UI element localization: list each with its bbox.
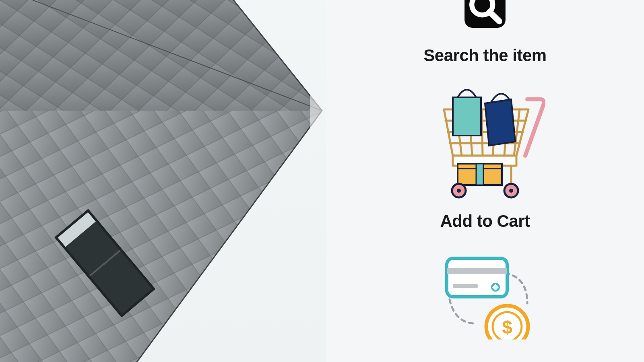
step-pay: $ — [425, 251, 545, 345]
shopping-cart-icon — [425, 85, 545, 206]
svg-rect-39 — [447, 268, 507, 274]
svg-marker-30 — [485, 99, 515, 146]
step-cart-label: Add to Cart — [440, 212, 530, 231]
hero-image — [0, 0, 326, 362]
svg-rect-14 — [310, 0, 326, 362]
svg-rect-29 — [453, 97, 481, 136]
svg-text:$: $ — [502, 317, 512, 338]
svg-rect-40 — [453, 284, 478, 288]
step-cart: Add to Cart — [425, 85, 545, 231]
svg-point-37 — [509, 189, 513, 193]
svg-point-35 — [457, 189, 461, 193]
step-search: Search the item — [423, 0, 546, 65]
steps-column: Search the item — [326, 0, 644, 362]
payment-card-icon: $ — [425, 251, 545, 339]
step-search-label: Search the item — [423, 46, 546, 65]
svg-rect-33 — [476, 164, 483, 185]
magnifying-glass-icon — [439, 0, 531, 40]
svg-rect-38 — [447, 258, 507, 297]
